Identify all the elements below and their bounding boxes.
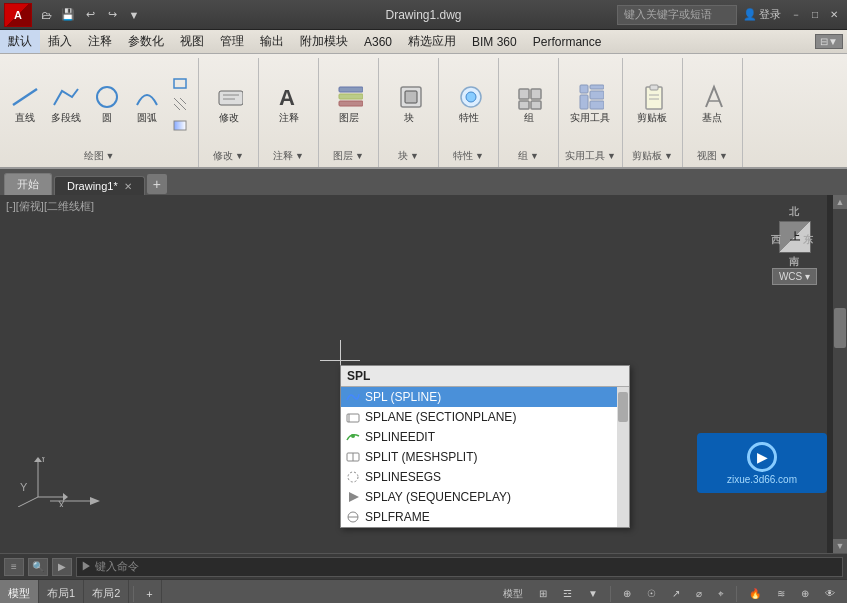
status-diameter[interactable]: ⌀ — [690, 586, 708, 601]
clipboard-label[interactable]: 剪贴板 ▼ — [632, 147, 673, 165]
menu-bim360[interactable]: BIM 360 — [464, 30, 525, 53]
tab-start[interactable]: 开始 — [4, 173, 52, 195]
cmd-arrow-btn[interactable]: ▶ — [52, 558, 72, 576]
menu-annotate[interactable]: 注释 — [80, 30, 120, 53]
menu-manage[interactable]: 管理 — [212, 30, 252, 53]
tool-group[interactable]: 组 — [510, 80, 548, 128]
annotate-label[interactable]: 注释 ▼ — [273, 147, 304, 165]
status-tools2[interactable]: ≋ — [771, 586, 791, 601]
menu-output[interactable]: 输出 — [252, 30, 292, 53]
quick-access-toolbar: 🗁 💾 ↩ ↪ ▼ — [36, 5, 144, 25]
menu-a360[interactable]: A360 — [356, 30, 400, 53]
menu-insert[interactable]: 插入 — [40, 30, 80, 53]
tool-rect[interactable] — [168, 73, 192, 93]
scroll-thumb[interactable] — [834, 308, 846, 348]
viewport-label[interactable]: [-][俯视][二维线框] — [6, 199, 94, 214]
layers-label[interactable]: 图层 ▼ — [333, 147, 364, 165]
ac-item-1[interactable]: SPLANE (SECTIONPLANE) — [341, 407, 629, 427]
status-center[interactable]: ⌖ — [712, 586, 730, 602]
new-tab-button[interactable]: + — [147, 174, 167, 194]
status-dropdown[interactable]: ▼ — [582, 586, 604, 601]
maximize-button[interactable]: □ — [806, 6, 824, 24]
vertical-scrollbar[interactable]: ▲ ▼ — [833, 195, 847, 553]
autocomplete-scrollbar[interactable] — [617, 387, 629, 527]
status-rotation[interactable]: ☉ — [641, 586, 662, 601]
tool-circle[interactable]: 圆 — [88, 80, 126, 128]
utilities-label[interactable]: 实用工具 ▼ — [565, 147, 616, 165]
qa-redo[interactable]: ↪ — [102, 5, 122, 25]
file-tabs: 开始 Drawing1* ✕ + — [0, 169, 847, 195]
status-angle[interactable]: ↗ — [666, 586, 686, 601]
svg-text:A: A — [279, 85, 295, 110]
menu-parametric[interactable]: 参数化 — [120, 30, 172, 53]
search-bar[interactable]: 键入关键字或短语 — [617, 5, 737, 25]
status-grid[interactable]: ⊞ — [533, 586, 553, 601]
ac-item-3[interactable]: SPLIT (MESHSPLIT) — [341, 447, 629, 467]
tool-polyline[interactable]: 多段线 — [46, 80, 86, 128]
cmd-scroll-btn[interactable]: ≡ — [4, 558, 24, 576]
tab-model[interactable]: 模型 — [0, 580, 39, 603]
tool-block[interactable]: 块 — [390, 80, 428, 128]
basepoint-label[interactable]: 视图 ▼ — [697, 147, 728, 165]
titlebar-right-area: 键入关键字或短语 👤 登录 － □ ✕ — [617, 5, 843, 25]
status-eye[interactable]: 👁 — [819, 586, 841, 601]
svg-rect-8 — [339, 87, 363, 92]
cmd-search-btn[interactable]: 🔍 — [28, 558, 48, 576]
ac-item-0[interactable]: SPL (SPLINE) — [341, 387, 629, 407]
menu-performance[interactable]: Performance — [525, 30, 610, 53]
ribbon-toggle[interactable]: ⊟▼ — [815, 34, 847, 49]
ribbon-group-group: 组 组 ▼ — [499, 58, 559, 167]
new-layout-btn[interactable]: + — [138, 580, 161, 603]
tab-layout2[interactable]: 布局2 — [84, 580, 129, 603]
status-plus[interactable]: ⊕ — [795, 586, 815, 601]
ribbon-group-modify: 修改 修改 ▼ — [199, 58, 259, 167]
status-icons-right: 模型 ⊞ ☲ ▼ ⊕ ☉ ↗ ⌀ ⌖ 🔥 ≋ ⊕ 👁 — [497, 585, 847, 603]
svg-rect-16 — [531, 89, 541, 99]
tool-arc[interactable]: 圆弧 — [128, 80, 166, 128]
tool-utilities[interactable]: 实用工具 — [565, 80, 615, 128]
menu-view[interactable]: 视图 — [172, 30, 212, 53]
ac-item-4[interactable]: SPLINESEGS — [341, 467, 629, 487]
tool-basepoint[interactable]: 基点 — [693, 80, 731, 128]
block-label[interactable]: 块 ▼ — [398, 147, 419, 165]
menu-addins[interactable]: 附加模块 — [292, 30, 356, 53]
draw-label[interactable]: 绘图 ▼ — [84, 147, 115, 165]
tab-close-drawing1[interactable]: ✕ — [124, 181, 132, 192]
tool-clipboard[interactable]: 剪贴板 — [632, 80, 672, 128]
tool-hatch[interactable] — [168, 94, 192, 114]
scroll-track[interactable] — [833, 209, 847, 539]
ac-item-2[interactable]: SPLINEEDIT — [341, 427, 629, 447]
cmd-input[interactable]: ▶ 键入命令 — [76, 557, 843, 577]
qa-open[interactable]: 🗁 — [36, 5, 56, 25]
qa-undo[interactable]: ↩ — [80, 5, 100, 25]
scroll-up[interactable]: ▲ — [833, 195, 847, 209]
menu-featured[interactable]: 精选应用 — [400, 30, 464, 53]
tool-gradient[interactable] — [168, 115, 192, 135]
scroll-down[interactable]: ▼ — [833, 539, 847, 553]
status-model[interactable]: 模型 — [497, 585, 529, 603]
tab-drawing1[interactable]: Drawing1* ✕ — [54, 176, 145, 195]
qa-dropdown[interactable]: ▼ — [124, 5, 144, 25]
status-fire[interactable]: 🔥 — [743, 586, 767, 601]
close-button[interactable]: ✕ — [825, 6, 843, 24]
qa-save[interactable]: 💾 — [58, 5, 78, 25]
ac-item-5[interactable]: SPLAY (SEQUENCEPLAY) — [341, 487, 629, 507]
user-section[interactable]: 👤 登录 — [743, 7, 781, 22]
tool-modify[interactable]: 修改 — [210, 80, 248, 128]
tool-layers[interactable]: 图层 — [330, 80, 368, 128]
properties-label[interactable]: 特性 ▼ — [453, 147, 484, 165]
tool-properties[interactable]: 特性 — [450, 80, 488, 128]
tool-text[interactable]: A 注释 — [270, 80, 308, 128]
tool-line[interactable]: 直线 — [6, 80, 44, 128]
ac-item-6[interactable]: SPLFRAME — [341, 507, 629, 527]
wcs-button[interactable]: WCS ▾ — [772, 268, 817, 285]
menu-default[interactable]: 默认 — [0, 30, 40, 53]
viewport[interactable]: [-][俯视][二维线框] Y Y X — [0, 195, 847, 553]
group-label[interactable]: 组 ▼ — [518, 147, 539, 165]
status-orbit[interactable]: ⊕ — [617, 586, 637, 601]
status-snap[interactable]: ☲ — [557, 586, 578, 601]
modify-label[interactable]: 修改 ▼ — [213, 147, 244, 165]
autocad-logo[interactable]: A — [4, 3, 32, 27]
tab-layout1[interactable]: 布局1 — [39, 580, 84, 603]
minimize-button[interactable]: － — [787, 6, 805, 24]
